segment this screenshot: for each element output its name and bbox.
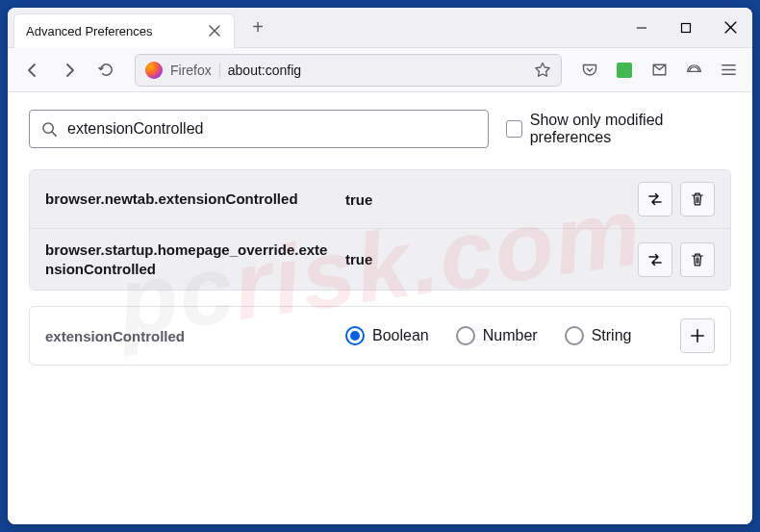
preferences-list: browser.newtab.extensionControlled true … — [29, 169, 731, 291]
radio-icon — [456, 326, 475, 345]
delete-button[interactable] — [680, 242, 715, 277]
checkbox-icon — [506, 120, 522, 138]
type-radio-group: Boolean Number String — [345, 326, 669, 345]
titlebar: Advanced Preferences + — [8, 8, 752, 48]
radio-boolean[interactable]: Boolean — [345, 326, 429, 345]
pref-value: true — [345, 251, 626, 267]
pref-name: browser.newtab.extensionControlled — [45, 190, 334, 209]
close-window-button[interactable] — [708, 8, 752, 47]
pocket-icon[interactable] — [575, 56, 604, 85]
toggle-button[interactable] — [638, 242, 672, 277]
radio-label: Boolean — [372, 327, 429, 344]
trash-icon — [690, 191, 705, 207]
checkbox-label-text: Show only modified preferences — [530, 112, 731, 146]
pref-value: true — [345, 191, 626, 208]
pref-row[interactable]: browser.newtab.extensionControlled true — [30, 170, 730, 229]
browser-tab[interactable]: Advanced Preferences — [13, 13, 235, 48]
add-button[interactable] — [680, 318, 715, 353]
protections-icon[interactable] — [679, 56, 708, 85]
reload-button[interactable] — [90, 55, 121, 86]
svg-point-1 — [43, 122, 53, 132]
forward-button[interactable] — [54, 55, 85, 86]
config-content: Show only modified preferences browser.n… — [8, 92, 752, 524]
radio-string[interactable]: String — [565, 326, 632, 345]
url-bar[interactable]: Firefox about:config — [135, 54, 562, 87]
plus-icon — [690, 328, 705, 343]
nav-toolbar: Firefox about:config — [8, 48, 752, 92]
radio-number[interactable]: Number — [456, 326, 538, 345]
toggle-icon — [646, 190, 664, 208]
add-preference-section: extensionControlled Boolean Number Strin… — [29, 306, 731, 366]
app-menu-button[interactable] — [714, 56, 743, 85]
close-tab-button[interactable] — [207, 23, 222, 38]
bookmark-star-icon[interactable] — [534, 62, 551, 79]
radio-label: String — [592, 327, 632, 344]
show-modified-checkbox[interactable]: Show only modified preferences — [506, 112, 731, 146]
radio-icon — [345, 326, 365, 345]
extension-icon[interactable] — [610, 56, 639, 85]
svg-rect-0 — [682, 23, 691, 32]
pref-row[interactable]: browser.startup.homepage_override.extens… — [30, 229, 730, 290]
pref-name: browser.startup.homepage_override.extens… — [45, 241, 334, 278]
back-button[interactable] — [17, 55, 48, 86]
new-pref-name: extensionControlled — [45, 328, 334, 344]
toggle-icon — [646, 251, 664, 268]
new-tab-button[interactable]: + — [242, 13, 273, 43]
tab-title: Advanced Preferences — [26, 24, 153, 38]
maximize-button[interactable] — [664, 8, 708, 47]
radio-label: Number — [483, 327, 538, 344]
search-input[interactable] — [67, 120, 476, 138]
identity-label: Firefox — [170, 63, 220, 78]
firefox-logo-icon — [145, 62, 163, 79]
toggle-button[interactable] — [638, 182, 672, 216]
radio-icon — [565, 326, 584, 345]
trash-icon — [690, 252, 705, 267]
url-text: about:config — [228, 63, 526, 78]
account-icon[interactable] — [645, 56, 673, 85]
search-icon — [41, 121, 58, 138]
search-box[interactable] — [29, 110, 489, 148]
minimize-button[interactable] — [620, 8, 664, 47]
delete-button[interactable] — [680, 182, 715, 216]
